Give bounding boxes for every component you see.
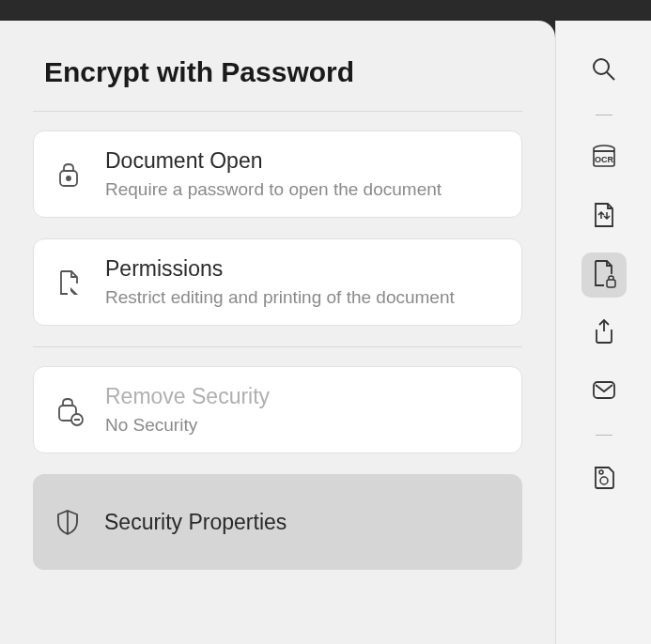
svg-point-1 xyxy=(67,176,70,180)
mail-button[interactable] xyxy=(581,369,627,414)
search-icon xyxy=(590,55,618,87)
permissions-option[interactable]: Permissions Restrict editing and printin… xyxy=(33,238,522,326)
svg-rect-9 xyxy=(607,280,615,287)
svg-rect-10 xyxy=(594,382,614,398)
svg-text:OCR: OCR xyxy=(595,155,614,164)
divider xyxy=(33,346,522,347)
share-button[interactable] xyxy=(581,311,627,356)
remove-security-subtitle: No Security xyxy=(105,415,270,436)
security-properties-option[interactable]: Security Properties xyxy=(33,474,522,570)
document-open-title: Document Open xyxy=(105,148,442,174)
encrypt-panel: Encrypt with Password Document Open Requ… xyxy=(0,21,555,644)
sidebar-separator xyxy=(596,435,612,436)
document-open-subtitle: Require a password to open the document xyxy=(105,179,442,200)
lock-minus-icon xyxy=(51,392,86,428)
remove-security-option: Remove Security No Security xyxy=(33,366,522,453)
svg-line-6 xyxy=(607,72,614,80)
document-open-option[interactable]: Document Open Require a password to open… xyxy=(33,130,522,218)
save-icon xyxy=(590,463,618,495)
share-icon xyxy=(590,316,618,350)
mail-icon xyxy=(590,376,618,407)
remove-security-title: Remove Security xyxy=(105,384,270,409)
ocr-icon: OCR xyxy=(589,142,619,176)
security-properties-title: Security Properties xyxy=(104,510,287,535)
save-button[interactable] xyxy=(581,456,627,501)
lock-icon xyxy=(51,157,86,192)
permissions-text: Permissions Restrict editing and printin… xyxy=(105,256,455,308)
ocr-button[interactable]: OCR xyxy=(581,136,627,181)
convert-button[interactable] xyxy=(581,194,627,239)
document-lock-icon xyxy=(590,257,618,293)
svg-point-5 xyxy=(594,59,609,74)
protect-button[interactable] xyxy=(581,253,627,298)
shield-icon xyxy=(50,504,85,540)
divider xyxy=(33,111,522,112)
right-sidebar: OCR xyxy=(555,21,651,644)
convert-icon xyxy=(590,200,618,234)
svg-point-12 xyxy=(600,477,608,484)
svg-point-11 xyxy=(599,470,603,474)
permissions-subtitle: Restrict editing and printing of the doc… xyxy=(105,287,455,308)
page-title: Encrypt with Password xyxy=(33,56,522,88)
main-container: Encrypt with Password Document Open Requ… xyxy=(0,21,651,644)
permissions-title: Permissions xyxy=(105,256,455,282)
remove-security-text: Remove Security No Security xyxy=(105,384,270,436)
document-edit-icon xyxy=(51,265,86,300)
top-bar xyxy=(0,0,651,21)
search-button[interactable] xyxy=(581,49,627,94)
sidebar-separator xyxy=(596,115,612,115)
document-open-text: Document Open Require a password to open… xyxy=(105,148,442,200)
